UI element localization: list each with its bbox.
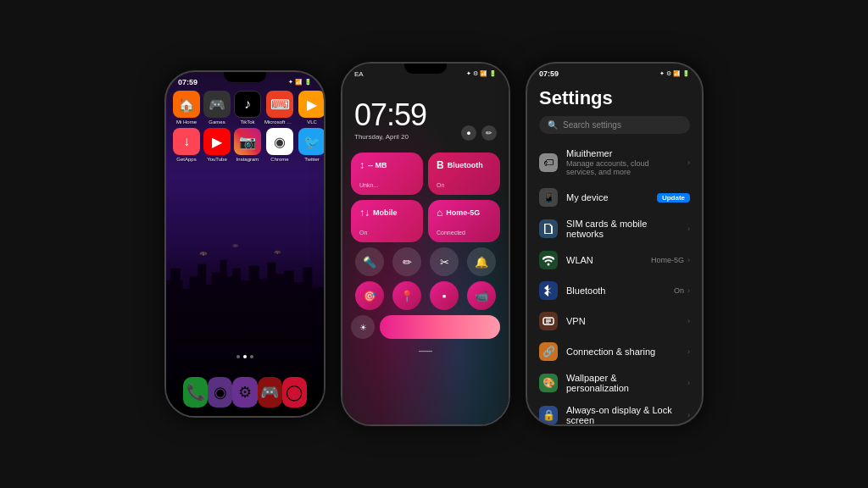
app-tiktok[interactable]: ♪ TikTok <box>234 91 261 125</box>
vpn-icon <box>539 312 558 330</box>
connection-chevron: › <box>687 347 690 356</box>
cc-btn-brightness-low[interactable]: ☀ <box>351 315 375 339</box>
bluetooth-status: On <box>674 286 684 295</box>
my-device-badge: Update <box>657 193 690 202</box>
svg-rect-19 <box>310 287 324 347</box>
miuithemer-title: Miuithemer <box>566 148 679 158</box>
app-vlc[interactable]: ▶ VLC <box>298 91 324 125</box>
settings-item-wlan[interactable]: WLAN Home-5G › <box>527 245 702 275</box>
search-icon: 🔍 <box>548 120 558 130</box>
cc-btn-flashlight[interactable]: 🔦 <box>355 247 384 276</box>
dock-phone[interactable]: 📞 <box>183 377 208 408</box>
miuithemer-chevron: › <box>687 158 690 167</box>
app-games[interactable]: 🎮 Games <box>203 91 231 125</box>
settings-item-sim[interactable]: SIM cards & mobile networks › <box>527 213 702 245</box>
settings-item-miuithemer[interactable]: 🏷 Miuithemer Manage accounts, cloud serv… <box>527 142 702 182</box>
phone-2-notch <box>404 64 447 74</box>
my-device-icon: 📱 <box>539 188 558 207</box>
cc-tile-wifi[interactable]: ⌂ Home-5G Connected <box>428 200 500 242</box>
city-silhouette: 🦇 🦇 🦇 <box>166 230 324 348</box>
phone-1-screen: 07:59 ✦ 📶 🔋 🏠 Mi Home 🎮 Games ♪ <box>166 72 324 416</box>
cc-btn-bell[interactable]: 🔔 <box>467 247 496 276</box>
cc-btn-scissors[interactable]: ✂ <box>430 247 459 276</box>
settings-item-connection[interactable]: 🔗 Connection & sharing › <box>527 336 702 367</box>
phone-2: EA ✦ ⚙ 📶 🔋 07:59 Thursday, April 20 ● <box>341 62 510 426</box>
app-microsoft-swiftkey[interactable]: ⌨ Microsoft SwiftKey <box>264 91 295 125</box>
cc-btn-edit[interactable]: ✏ <box>392 247 421 276</box>
wallpaper-title: Wallpaper & personalization <box>566 373 679 393</box>
my-device-right: Update <box>657 193 690 202</box>
phone-1-time: 07:59 <box>178 78 198 86</box>
cc-home-indicator[interactable]: — <box>351 344 500 358</box>
settings-search-bar[interactable]: 🔍 Search settings <box>539 116 690 134</box>
settings-item-my-device[interactable]: 📱 My device Update <box>527 182 702 213</box>
cc-brightness-bar[interactable] <box>380 315 500 339</box>
cc-content: 07:59 Thursday, April 20 ● ✏ ↕ -- MB <box>342 79 509 358</box>
connection-title: Connection & sharing <box>566 347 679 357</box>
settings-item-bluetooth[interactable]: Bluetooth On › <box>527 275 702 306</box>
miuithemer-icon: 🏷 <box>539 153 558 172</box>
app-youtube[interactable]: ▶ YouTube <box>203 128 231 162</box>
settings-item-vpn[interactable]: VPN › <box>527 306 702 336</box>
phone-3-status-icons: ✦ ⚙ 📶 🔋 <box>659 70 690 77</box>
app-twitter[interactable]: 🐦 Twitter <box>298 128 324 162</box>
phone-1-app-grid: 🏠 Mi Home 🎮 Games ♪ TikTok ⌨ Microsoft S… <box>166 87 324 165</box>
wlan-title: WLAN <box>566 255 643 265</box>
cc-tile-mobile[interactable]: ↑↓ Mobile On <box>351 200 423 242</box>
app-mi-home[interactable]: 🏠 Mi Home <box>173 91 200 125</box>
cc-date: Thursday, April 20 <box>354 133 426 141</box>
dock-app5[interactable]: ◯ <box>282 377 307 408</box>
cc-time-area: 07:59 Thursday, April 20 ● ✏ <box>351 79 500 152</box>
dock-app4[interactable]: 🎮 <box>258 377 282 408</box>
dock-app3[interactable]: ⚙ <box>232 377 257 408</box>
settings-title: Settings <box>539 87 690 109</box>
aod-chevron: › <box>687 411 690 419</box>
settings-item-wallpaper[interactable]: 🎨 Wallpaper & personalization › <box>527 367 702 399</box>
cc-icon-1[interactable]: ● <box>461 125 476 141</box>
cc-btn-video[interactable]: 📹 <box>467 281 496 310</box>
aod-icon: 🔒 <box>539 406 558 424</box>
page-dots <box>166 355 324 358</box>
phone-1-notch <box>224 72 266 82</box>
cc-round-buttons-1: 🔦 ✏ ✂ 🔔 <box>351 247 500 276</box>
bluetooth-icon <box>539 281 558 300</box>
vpn-title: VPN <box>566 316 679 326</box>
phone-1-dock: 📞 ◉ ⚙ 🎮 ◯ <box>166 377 324 408</box>
svg-text:🦇: 🦇 <box>274 248 281 256</box>
settings-search-placeholder: Search settings <box>563 120 621 130</box>
bluetooth-title: Bluetooth <box>566 286 665 296</box>
app-getapps[interactable]: ↓ GetApps <box>173 128 200 162</box>
wlan-icon <box>539 251 558 269</box>
phone-1: 07:59 ✦ 📶 🔋 🏠 Mi Home 🎮 Games ♪ <box>164 70 326 418</box>
app-chrome[interactable]: ◉ Chrome <box>264 128 295 162</box>
svg-rect-15 <box>274 274 286 347</box>
cc-tile-data[interactable]: ↕ -- MB Unkn... <box>351 152 423 195</box>
vpn-chevron: › <box>687 317 690 325</box>
cc-round-buttons-2: 🎯 📍 ▪ 📹 <box>351 281 500 310</box>
phone-3-status-bar: 07:59 ✦ ⚙ 📶 🔋 <box>527 64 702 79</box>
phones-container: 07:59 ✦ 📶 🔋 🏠 Mi Home 🎮 Games ♪ <box>0 0 868 488</box>
dock-app2[interactable]: ◉ <box>208 377 232 408</box>
phone-2-status-icons: ✦ ⚙ 📶 🔋 <box>466 70 497 77</box>
app-instagram[interactable]: 📷 Instagram <box>234 128 261 162</box>
wlan-chevron: › <box>687 256 690 264</box>
aod-title: Always-on display & Lock screen <box>566 405 679 424</box>
my-device-title: My device <box>566 192 648 202</box>
sim-chevron: › <box>687 225 690 233</box>
phone-2-carrier: EA <box>354 70 364 78</box>
phone-3: 07:59 ✦ ⚙ 📶 🔋 Settings 🔍 Search settings <box>526 62 704 426</box>
settings-item-aod[interactable]: 🔒 Always-on display & Lock screen › <box>527 399 702 424</box>
connection-icon: 🔗 <box>539 342 558 361</box>
cc-icon-2[interactable]: ✏ <box>481 125 497 141</box>
cc-btn-square[interactable]: ▪ <box>430 281 459 310</box>
cc-btn-location[interactable]: 📍 <box>392 281 421 310</box>
phone-1-status-icons: ✦ 📶 🔋 <box>288 79 312 86</box>
cc-tile-bluetooth[interactable]: B Bluetooth On <box>428 152 500 195</box>
cc-time: 07:59 <box>354 97 426 133</box>
wlan-network: Home-5G <box>651 256 684 264</box>
cc-btn-target[interactable]: 🎯 <box>355 281 384 310</box>
sim-icon <box>539 219 558 238</box>
phone-2-screen: EA ✦ ⚙ 📶 🔋 07:59 Thursday, April 20 ● <box>342 64 509 424</box>
svg-text:🦇: 🦇 <box>199 249 208 258</box>
cc-tiles: ↕ -- MB Unkn... B Bluetooth On <box>351 152 500 242</box>
